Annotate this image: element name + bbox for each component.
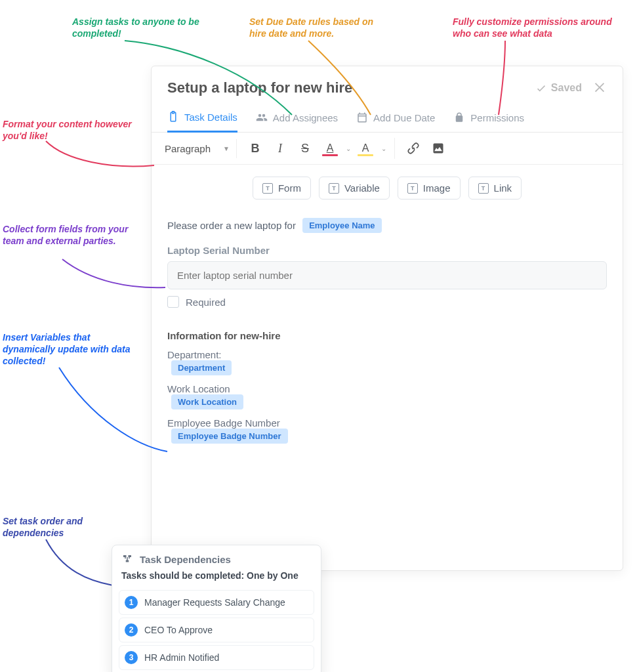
annotation-due-date: Set Due Date rules based on hire date an…	[249, 16, 387, 39]
link-icon	[407, 142, 420, 155]
variable-pill-employee-name[interactable]: Employee Name	[302, 218, 381, 233]
annotation-variables: Insert Variables that dynamically update…	[3, 331, 140, 368]
tab-add-due-date[interactable]: Add Due Date	[356, 104, 435, 132]
insert-image-button[interactable]: TImage	[398, 177, 461, 200]
deps-subtitle: Tasks should be completed: One by One	[112, 569, 321, 585]
card-title: Setup a laptop for new hire	[167, 79, 352, 96]
chip-label: Image	[423, 182, 451, 194]
t-glyph-icon: T	[407, 183, 418, 194]
annotation-assignees: Assign tasks to anyone to be completed!	[72, 16, 210, 39]
annotation-format: Format your content however you'd like!	[3, 118, 134, 142]
dep-item[interactable]: 1 Manager Requests Salary Change	[119, 590, 314, 615]
bold-button[interactable]: B	[245, 138, 266, 159]
section-head: Information for new-hire	[167, 330, 607, 341]
intro-sentence: Please order a new laptop for Employee N…	[167, 218, 607, 233]
sentence-text: Please order a new laptop for	[167, 220, 296, 231]
card-header: Setup a laptop for new hire Saved	[152, 66, 623, 104]
saved-badge: Saved	[535, 82, 582, 94]
annotation-permissions: Fully customize permissions around who c…	[453, 16, 623, 39]
t-glyph-icon: T	[329, 183, 339, 194]
strikethrough-button[interactable]: S	[295, 138, 316, 159]
highlight-color-button[interactable]: A	[355, 138, 376, 159]
calendar-icon	[356, 112, 368, 123]
dep-item[interactable]: 2 CEO To Approve	[119, 618, 314, 642]
paragraph-style-select[interactable]: Paragraph ▼	[158, 139, 237, 158]
annotation-forms: Collect form fields from your team and e…	[3, 223, 134, 247]
chip-label: Link	[494, 182, 512, 194]
italic-button[interactable]: I	[270, 138, 291, 159]
task-dependencies-card: Task Dependencies Tasks should be comple…	[112, 545, 321, 672]
required-label: Required	[186, 297, 226, 308]
dept-label: Department:	[167, 349, 607, 360]
chevron-down-icon: ▼	[223, 145, 230, 152]
order-badge: 3	[125, 651, 138, 664]
location-label: Work Location	[167, 383, 607, 394]
chip-label: Form	[278, 182, 301, 194]
insert-link-button[interactable]: TLink	[468, 177, 522, 200]
badge-label: Employee Badge Number	[167, 417, 607, 429]
required-row[interactable]: Required	[167, 296, 607, 308]
clipboard-icon	[167, 111, 179, 123]
deps-title: Task Dependencies	[140, 554, 231, 565]
t-glyph-icon: T	[478, 183, 489, 194]
tab-label: Permissions	[470, 112, 524, 123]
chevron-down-icon[interactable]: ⌄	[346, 145, 351, 152]
tab-label: Task Details	[184, 112, 237, 123]
deps-header: Task Dependencies	[112, 545, 321, 569]
dep-item[interactable]: 3 HR Admin Notified	[119, 645, 314, 670]
dep-label: Manager Requests Salary Change	[144, 597, 285, 608]
dep-label: HR Admin Notified	[144, 652, 219, 663]
insert-format-group	[395, 138, 457, 159]
close-icon	[592, 79, 607, 94]
variable-pill-badge-number[interactable]: Employee Badge Number	[171, 429, 288, 444]
tab-permissions[interactable]: Permissions	[453, 104, 524, 132]
tab-task-details[interactable]: Task Details	[167, 104, 237, 133]
order-badge: 1	[125, 596, 138, 609]
close-button[interactable]	[592, 79, 607, 96]
required-checkbox[interactable]	[167, 296, 179, 308]
lock-icon	[453, 112, 465, 123]
tab-label: Add Assignees	[273, 112, 338, 123]
text-color-button[interactable]: A	[319, 138, 340, 159]
annotation-dependencies: Set task order and dependencies	[3, 515, 134, 539]
people-icon	[256, 112, 268, 123]
style-label: Paragraph	[165, 143, 211, 154]
task-editor-card: Setup a laptop for new hire Saved Task D…	[151, 66, 623, 571]
text-format-group: B I S A ⌄ A ⌄	[237, 138, 395, 159]
variable-pill-department[interactable]: Department	[171, 360, 232, 375]
tab-add-assignees[interactable]: Add Assignees	[256, 104, 338, 132]
link-button[interactable]	[403, 138, 424, 159]
image-icon	[432, 142, 445, 155]
tab-label: Add Due Date	[373, 112, 435, 123]
sitemap-icon	[121, 553, 133, 565]
editor-body[interactable]: Please order a new laptop for Employee N…	[152, 206, 623, 459]
serial-input[interactable]	[167, 261, 607, 289]
t-glyph-icon: T	[262, 183, 273, 194]
saved-label: Saved	[551, 82, 582, 94]
insert-form-button[interactable]: TForm	[253, 177, 311, 200]
format-toolbar: Paragraph ▼ B I S A ⌄ A ⌄	[152, 133, 623, 165]
variable-pill-work-location[interactable]: Work Location	[171, 394, 243, 410]
dep-label: CEO To Approve	[144, 625, 213, 635]
chip-label: Variable	[344, 182, 380, 194]
order-badge: 2	[125, 623, 138, 637]
chevron-down-icon[interactable]: ⌄	[381, 145, 386, 152]
check-icon	[535, 82, 547, 94]
image-button[interactable]	[428, 138, 449, 159]
tab-bar: Task Details Add Assignees Add Due Date …	[152, 104, 623, 133]
insert-variable-button[interactable]: TVariable	[319, 177, 390, 200]
insert-chip-row: TForm TVariable TImage TLink	[152, 165, 623, 206]
deps-list: 1 Manager Requests Salary Change 2 CEO T…	[112, 585, 321, 672]
serial-label: Laptop Serial Number	[167, 245, 607, 256]
